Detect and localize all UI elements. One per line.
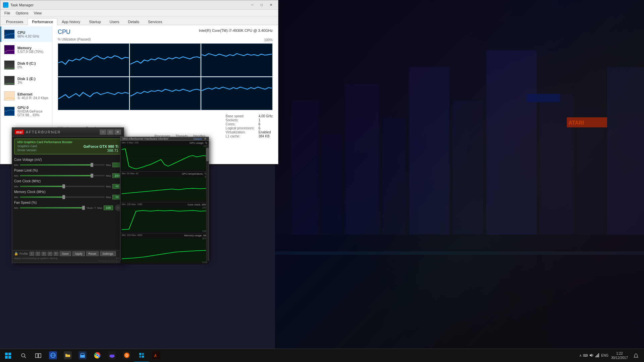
apply-button[interactable]: Apply: [72, 251, 85, 256]
profile-label: Profile: [19, 252, 28, 255]
msi-maximize-btn[interactable]: □: [107, 129, 114, 135]
save-button[interactable]: Save: [60, 251, 71, 256]
fs-max-label: Max: [97, 206, 102, 209]
gpu-mini-graph: [4, 107, 15, 116]
sockets-key: Sockets:: [226, 118, 255, 122]
svg-rect-28: [39, 354, 41, 358]
taskbar-clock[interactable]: 1:22 30/12/2017: [610, 351, 629, 360]
svg-rect-39: [142, 353, 144, 355]
power-limit-row: Min Max 100: [14, 173, 122, 178]
sidebar-item-gpu[interactable]: GPU 0 NVIDIA GeForce GTX 98... 69%: [0, 104, 52, 119]
search-icon: [20, 353, 26, 359]
lang-label[interactable]: ENG: [601, 354, 608, 357]
svg-rect-38: [139, 353, 141, 355]
power-limit-track[interactable]: [20, 175, 105, 176]
msi-afterburner-window: msi AFTERBURNER ─ □ ✕ MSI Graphics Card …: [12, 127, 124, 263]
profile-row: 🔒 Profile 1 2 3 4 5 Save Apply Reset Set…: [14, 251, 122, 256]
sidebar-item-cpu[interactable]: CPU 66% 4,92 GHz: [0, 26, 52, 42]
logical-val: 6: [259, 126, 273, 130]
memory-usage-label: Memory usage, MB: [184, 234, 207, 237]
sockets-val: 1: [259, 118, 273, 122]
tab-users[interactable]: Users: [105, 18, 124, 25]
chevron-up-icon[interactable]: ∧: [579, 354, 582, 357]
memory-clock-group: Memory Clock (MHz) Min Max +0: [14, 190, 122, 200]
l1-val: 384 KB: [259, 134, 273, 138]
profile-btn-2[interactable]: 2: [36, 252, 40, 256]
taskbar-taskmanager[interactable]: [134, 349, 149, 362]
l1-key: L1 cache:: [226, 134, 255, 138]
tab-processes[interactable]: Processes: [2, 18, 28, 25]
taskbar-afterburner-app[interactable]: A: [149, 349, 164, 362]
taskbar-folder[interactable]: [60, 349, 75, 362]
start-button[interactable]: [0, 349, 16, 362]
profile-btn-1[interactable]: 1: [30, 252, 34, 256]
notification-button[interactable]: [631, 349, 641, 362]
profile-btn-5[interactable]: 5: [54, 252, 58, 256]
profile-btn-3[interactable]: 3: [42, 252, 46, 256]
sidebar-item-memory[interactable]: Memory 5,5/7,9 GB (70%): [0, 42, 52, 57]
fan-speed-row: Min *Auto T Max 100 ⊙: [14, 205, 122, 210]
cpu-title: CPU: [58, 28, 70, 36]
reset-button[interactable]: Reset: [86, 251, 99, 256]
profile-btn-4[interactable]: 4: [48, 252, 52, 256]
bottom-info: Apply overclocking at system startup 4.4…: [14, 257, 122, 260]
tab-startup[interactable]: Startup: [85, 18, 105, 25]
settings-button[interactable]: Settings: [100, 251, 116, 256]
titlebar: Task Manager ─ □ ✕: [0, 0, 278, 10]
monitor-scrollbar[interactable]: [206, 144, 209, 261]
ethernet-info: Ethernet S: 40,0 R: 24,0 Kbps: [17, 92, 48, 100]
volume-icon[interactable]: [589, 353, 594, 358]
sidebar-item-disk0[interactable]: Disk 0 (C:) 0%: [0, 57, 52, 73]
core-clock-thumb: [62, 184, 65, 188]
window-controls: ─ □ ✕: [248, 2, 275, 8]
tab-performance[interactable]: Performance: [28, 18, 57, 25]
taskbar-chrome[interactable]: [90, 349, 105, 362]
memory-clock-track[interactable]: [20, 196, 105, 198]
sidebar-item-ethernet[interactable]: Ethernet S: 40,0 R: 24,0 Kbps: [0, 88, 52, 104]
msi-bottom-bar: 🔒 Profile 1 2 3 4 5 Save Apply Reset Set…: [12, 250, 124, 263]
tab-apphistory[interactable]: App history: [57, 18, 85, 25]
cpu-graph-core4: [58, 77, 129, 110]
taskbar-gaming2[interactable]: G: [119, 349, 134, 362]
file-menu[interactable]: File: [2, 10, 13, 16]
options-menu[interactable]: Options: [13, 10, 31, 16]
svg-rect-16: [4, 3, 5, 5]
minimize-button[interactable]: ─: [248, 2, 257, 8]
monitor-scrollbar-thumb[interactable]: [206, 148, 209, 161]
cpu-details-table: Base speed: 4,00 GHz Sockets: 1 Cores: 6…: [226, 114, 273, 138]
core-clock-track[interactable]: [20, 186, 105, 187]
close-button[interactable]: ✕: [267, 2, 275, 8]
msi-close-btn[interactable]: ✕: [114, 129, 121, 135]
search-button[interactable]: [16, 349, 31, 362]
core-voltage-track[interactable]: [20, 164, 105, 166]
gpu-temp-minmax: Min: 33 Max: 82: [122, 172, 139, 175]
taskbar-ie[interactable]: [46, 349, 60, 362]
gpu-temp-graph: [122, 177, 207, 200]
fan-speed-track[interactable]: [20, 207, 85, 208]
window-title: Task Manager: [10, 3, 34, 7]
maximize-button[interactable]: □: [257, 2, 266, 8]
monitor-close-btn[interactable]: ✕: [204, 137, 207, 140]
tab-details[interactable]: Details: [124, 18, 144, 25]
network-icon[interactable]: [595, 353, 600, 358]
view-menu[interactable]: View: [31, 10, 45, 16]
svg-rect-17: [6, 3, 7, 5]
taskbar-gaming1[interactable]: [105, 349, 119, 362]
msi-minimize-btn[interactable]: ─: [100, 129, 106, 135]
memory-label: Memory: [17, 46, 43, 50]
msi-window-controls: ─ □ ✕: [100, 129, 121, 135]
sidebar-item-disk1[interactable]: Disk 1 (E:) 3%: [0, 73, 52, 88]
max-label: 100%: [264, 38, 273, 42]
driver-label: Driver Version: [17, 148, 37, 153]
cpu-graph-core6: [201, 77, 272, 110]
taskbar: G A ∧ ⌨ ENG 1:22 30/12: [0, 349, 644, 362]
core-clock-section: Core clock, MHz Min: 135 Max: 1380 1500 …: [120, 202, 209, 233]
tab-services[interactable]: Services: [144, 18, 166, 25]
task-view-button[interactable]: [31, 349, 46, 362]
lock-icon: 🔒: [14, 252, 18, 255]
clock-time: 1:22: [616, 351, 623, 356]
fan-speed-fill: [20, 207, 85, 208]
svg-line-26: [24, 357, 26, 358]
detach-button[interactable]: Detach: [194, 137, 202, 140]
taskbar-store[interactable]: [75, 349, 90, 362]
